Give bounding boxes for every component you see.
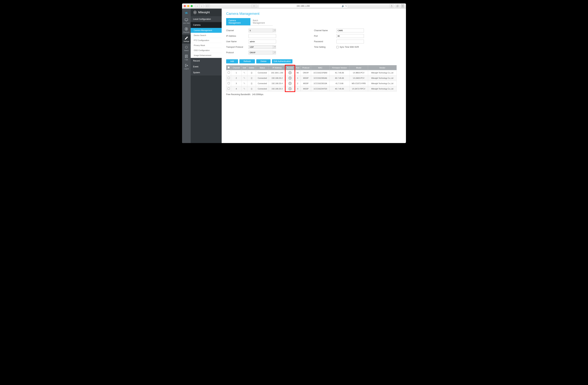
cell-channel: 4 bbox=[231, 86, 242, 91]
rail-settings[interactable]: Settings bbox=[182, 34, 191, 44]
brand: Milesight bbox=[191, 9, 222, 16]
rail-top-icon[interactable] bbox=[182, 9, 191, 16]
user-label: User Name bbox=[226, 40, 249, 43]
sidebar-local-config[interactable]: Local Configuration bbox=[191, 16, 222, 22]
sync-time-checkbox[interactable] bbox=[336, 46, 339, 48]
cell-model: MS-C5372-FIPB bbox=[349, 81, 368, 86]
edit-icon[interactable]: ✎ bbox=[243, 71, 245, 74]
trash-icon[interactable]: 🗑 bbox=[251, 87, 253, 90]
form: Channel Channel Name IP Address Port Use… bbox=[226, 29, 401, 54]
sync-time-label: Sync Time With NVR bbox=[340, 46, 359, 48]
sidebar-osd-config[interactable]: OSD Configuration bbox=[191, 48, 222, 53]
access-icon[interactable]: e bbox=[288, 71, 292, 74]
sidebar-system[interactable]: System bbox=[191, 70, 222, 75]
row-checkbox[interactable] bbox=[228, 71, 230, 74]
access-icon[interactable]: e bbox=[288, 82, 292, 85]
access-header: Access bbox=[285, 65, 295, 70]
cell-fw: 40.7.45.66 bbox=[330, 75, 349, 81]
sidebar-ptz-config[interactable]: PTZ Configuration bbox=[191, 38, 222, 43]
cell-channel: 2 bbox=[231, 75, 242, 81]
row-checkbox[interactable] bbox=[228, 88, 230, 90]
tab-camera-management[interactable]: Camera Management bbox=[226, 18, 251, 25]
forward-button[interactable]: › bbox=[199, 4, 204, 8]
maximize-window-button[interactable] bbox=[191, 5, 193, 7]
cell-ip: 192.168.20.2 bbox=[269, 75, 285, 81]
row-checkbox[interactable] bbox=[228, 77, 230, 79]
cell-vendor: Milesight Technology Co.,Ltd bbox=[368, 86, 397, 91]
time-label: Time Setting bbox=[314, 46, 336, 48]
cell-port: 3 bbox=[295, 86, 301, 91]
row-checkbox[interactable] bbox=[228, 82, 230, 84]
edit-auth-button[interactable]: Edit Authentication bbox=[272, 59, 293, 63]
tabs-button[interactable] bbox=[395, 4, 400, 8]
access-icon[interactable]: e bbox=[288, 87, 292, 91]
select-all-checkbox[interactable] bbox=[228, 66, 230, 68]
rail-liveview[interactable]: Live View bbox=[182, 16, 191, 25]
cell-vendor: Milesight Technology Co.,Ltd bbox=[368, 75, 397, 81]
svg-rect-4 bbox=[397, 5, 398, 6]
audio-icon[interactable]: 🔊 bbox=[342, 5, 344, 7]
cell-port: 80 bbox=[295, 70, 301, 75]
table-header-row: Channel Edit Delete Status IP Address Ac… bbox=[226, 65, 397, 70]
cell-model: UI-2A83-PCV bbox=[349, 75, 368, 81]
close-window-button[interactable] bbox=[184, 5, 186, 7]
minimize-window-button[interactable] bbox=[187, 5, 189, 7]
edit-icon[interactable]: ✎ bbox=[243, 77, 245, 79]
sidebar-device-search[interactable]: Device Search bbox=[191, 33, 222, 38]
edit-icon[interactable]: ✎ bbox=[243, 87, 245, 90]
cell-mac: 1CC31623010A bbox=[311, 81, 330, 86]
camera-table: Channel Edit Delete Status IP Address Ac… bbox=[226, 65, 397, 91]
sidebar-image-enhancement[interactable]: Image Enhancement bbox=[191, 53, 222, 58]
browser-window: ‹ › ••• 192.168.1.200 🔊 ↻ + bbox=[182, 3, 406, 143]
ip-input[interactable] bbox=[249, 34, 276, 38]
share-button[interactable] bbox=[389, 4, 394, 8]
url-bar[interactable]: 192.168.1.200 🔊 ↻ bbox=[258, 4, 348, 8]
cell-status: Connected bbox=[256, 86, 269, 91]
delete-button[interactable]: Delete bbox=[256, 59, 271, 63]
cell-mac: 1CC3162365A6 bbox=[311, 75, 330, 81]
rail-logs[interactable]: Logs bbox=[182, 53, 191, 62]
cell-fw: 41.7.45.66 bbox=[330, 70, 349, 75]
sidebar-record[interactable]: Record bbox=[191, 58, 222, 64]
trash-icon[interactable]: 🗑 bbox=[251, 71, 253, 74]
trash-icon[interactable]: 🗑 bbox=[251, 77, 253, 79]
refresh-button[interactable]: Refresh bbox=[239, 59, 255, 63]
cell-access: e bbox=[285, 86, 295, 91]
sidebar-camera[interactable]: Camera bbox=[191, 22, 222, 28]
tab-batch-management[interactable]: Batch Management bbox=[251, 18, 273, 25]
protocol-select[interactable] bbox=[249, 51, 276, 54]
reload-icon[interactable]: ↻ bbox=[345, 5, 347, 7]
sidebar: Milesight Local Configuration Camera Cam… bbox=[191, 9, 222, 143]
sidebar-privacy-mask[interactable]: Privacy Mask bbox=[191, 43, 222, 48]
rail-logout[interactable]: Logout bbox=[182, 62, 191, 71]
cell-protocol: MSSP bbox=[301, 86, 311, 91]
user-input[interactable] bbox=[249, 40, 276, 44]
add-button[interactable]: Add bbox=[226, 59, 238, 63]
channel-name-input[interactable] bbox=[336, 29, 364, 32]
channel-select[interactable] bbox=[249, 29, 276, 32]
table-row: 2✎🗑Connected192.168.20.2e1MSSP1CC3162365… bbox=[226, 75, 397, 81]
icon-rail: Live View Playback Settings Status Logs … bbox=[182, 9, 191, 143]
sidebar-camera-management[interactable]: Camera Management bbox=[191, 28, 222, 33]
edit-icon[interactable]: ✎ bbox=[243, 82, 245, 85]
cell-model: UI-3B63-PCV bbox=[349, 70, 368, 75]
back-button[interactable]: ‹ bbox=[195, 4, 199, 8]
port-input[interactable] bbox=[336, 34, 364, 38]
trash-icon[interactable]: 🗑 bbox=[251, 82, 253, 85]
ip-label: IP Address bbox=[226, 35, 249, 37]
cell-mac: 1CC3162347E9 bbox=[311, 86, 330, 91]
reader-button[interactable]: ••• bbox=[252, 4, 257, 8]
cell-fw: 41.7.0.66 bbox=[330, 81, 349, 86]
sidebar-toggle-button[interactable] bbox=[205, 4, 210, 8]
cell-vendor: Milesight Technology Co.,Ltd bbox=[368, 81, 397, 86]
page-title: Camera Management bbox=[226, 12, 401, 16]
access-icon[interactable]: e bbox=[288, 76, 292, 80]
new-tab-button[interactable]: + bbox=[401, 4, 404, 8]
cell-access: e bbox=[285, 70, 295, 75]
sidebar-event[interactable]: Event bbox=[191, 64, 222, 70]
rail-status[interactable]: Status bbox=[182, 44, 191, 53]
rail-playback[interactable]: Playback bbox=[182, 25, 191, 34]
transport-select[interactable] bbox=[249, 45, 276, 49]
password-input[interactable] bbox=[336, 40, 364, 44]
cell-ip: 192.168.20.4 bbox=[269, 81, 285, 86]
